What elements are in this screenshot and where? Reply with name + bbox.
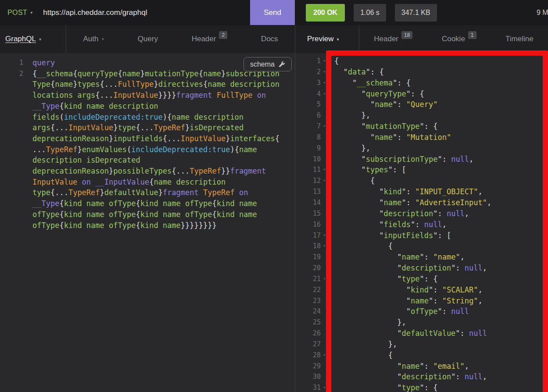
send-button[interactable]: Send [250, 0, 295, 25]
code-token: " [334, 296, 411, 305]
chevron-down-icon: ▾ [102, 37, 104, 41]
code-text: {__schema{queryType{name}mutationType{na… [32, 68, 279, 79]
code-text: "data": { [334, 67, 384, 78]
tab-inner: Auth▾ [83, 25, 104, 53]
code-token: } [185, 123, 190, 132]
line-number: 21 [297, 274, 321, 285]
query-code[interactable]: 1query2{__schema{queryType{name}mutation… [0, 57, 295, 231]
code-token: null [451, 155, 469, 164]
fold-spacer [321, 361, 328, 372]
code-token: directives [158, 80, 203, 89]
code-token: ": [402, 187, 415, 196]
code-token: kind [411, 285, 429, 294]
request-tab-bar: GraphQL ▾ Auth▾QueryHeader2Docs [0, 25, 295, 53]
code-token: ){ [230, 145, 239, 154]
response-code-line: 21▾ "type": { [297, 274, 548, 285]
response-code[interactable]: 1▾{2▾ "data": {3▾ "__schema": {4▾ "query… [297, 56, 548, 392]
line-number [0, 220, 23, 231]
response-code-line: 30 "description": null, [297, 371, 548, 382]
response-code-line: 31▾ "type": { [297, 382, 548, 392]
pane-divider[interactable] [295, 53, 295, 392]
code-token: __schema [357, 78, 393, 87]
response-code-line: 7▾ "mutationType": { [297, 121, 548, 132]
code-text: { [334, 56, 339, 67]
fold-arrow-icon[interactable]: ▾ [321, 230, 328, 241]
tab-count-badge: 1 [468, 31, 476, 39]
body-type-dropdown[interactable]: GraphQL ▾ [0, 25, 66, 53]
code-token: null [469, 329, 487, 338]
code-token: " [334, 285, 411, 294]
code-text: "name": "Mutation" [334, 132, 451, 143]
code-token: __Type [32, 199, 59, 208]
code-token: TypeRef [46, 145, 78, 154]
code-token: }} [221, 167, 230, 175]
fold-arrow-icon[interactable]: ▾ [321, 350, 328, 361]
tab-query[interactable]: Query [135, 25, 161, 53]
preview-mode-dropdown[interactable]: Preview ▾ [295, 25, 359, 53]
code-text: }, [334, 143, 370, 154]
code-text: "__schema": { [334, 78, 411, 89]
wrench-icon [279, 61, 285, 68]
code-token: kind name [140, 221, 181, 230]
line-number [0, 133, 23, 144]
tab-docs[interactable]: Docs [258, 25, 281, 53]
code-token: ": [429, 285, 442, 294]
line-number: 28 [297, 350, 321, 361]
fold-arrow-icon[interactable]: ▾ [321, 56, 328, 67]
tab-timeline[interactable]: Timeline [503, 25, 536, 53]
code-token: { [334, 242, 393, 250]
code-token: , [478, 187, 483, 196]
line-number: 30 [297, 371, 321, 382]
code-token: null [447, 209, 465, 218]
code-token: } [77, 145, 82, 154]
tab-cookie[interactable]: Cookie1 [439, 25, 479, 53]
fold-arrow-icon[interactable]: ▾ [321, 78, 328, 89]
fold-arrow-icon[interactable]: ▾ [321, 382, 328, 392]
line-number [0, 112, 23, 123]
fold-arrow-icon[interactable]: ▾ [321, 67, 328, 78]
fold-arrow-icon[interactable]: ▾ [321, 164, 328, 175]
fold-arrow-icon[interactable]: ▾ [321, 121, 328, 132]
graphql-query-editor: 1query2{__schema{queryType{name}mutation… [0, 53, 295, 392]
line-number: 17 [297, 230, 321, 241]
code-token: ": [ [433, 231, 451, 240]
line-number: 1 [297, 56, 321, 67]
code-text: "inputFields": [ [334, 230, 451, 241]
code-token: { [334, 351, 393, 360]
code-token: fragment [176, 91, 217, 100]
fold-spacer [321, 110, 328, 121]
method-dropdown[interactable]: POST ▾ [0, 9, 32, 17]
code-token: name description [154, 178, 226, 186]
code-token: } [113, 123, 118, 132]
query-code-line: type{...TypeRef}defaultValue}fragment Ty… [0, 187, 295, 198]
line-number: 9 [297, 143, 321, 154]
schema-button[interactable]: schema [244, 57, 292, 71]
tab-header[interactable]: Header2 [189, 25, 230, 53]
line-number: 4 [297, 89, 321, 100]
response-code-line: 19 "name": "name", [297, 252, 548, 263]
line-number [0, 144, 23, 155]
query-code-line: __Type{kind name ofType{kind name ofType… [0, 198, 295, 209]
fold-arrow-icon[interactable]: ▾ [321, 274, 328, 285]
response-code-line: 9 }, [297, 143, 548, 154]
tab-inner: Query [138, 25, 158, 53]
code-token: description [402, 372, 451, 381]
code-token: kind name [217, 199, 257, 208]
tab-header[interactable]: Header18 [371, 25, 415, 53]
tab-auth[interactable]: Auth▾ [80, 25, 107, 53]
fold-arrow-icon[interactable]: ▾ [321, 241, 328, 252]
code-token: name description [172, 113, 244, 121]
code-token: } [140, 69, 145, 78]
query-code-line: deprecationReason}possibleTypes{...TypeR… [0, 166, 295, 177]
code-token: defaultValue [104, 188, 158, 197]
code-token: query [32, 58, 55, 67]
line-number: 27 [297, 339, 321, 350]
fold-arrow-icon[interactable]: ▾ [321, 175, 328, 186]
code-token: { [118, 69, 122, 78]
fold-arrow-icon[interactable]: ▾ [321, 89, 328, 100]
line-number [0, 177, 23, 188]
code-token: description isDeprecated [32, 156, 140, 164]
code-text: type{...TypeRef}defaultValue}fragment Ty… [32, 187, 248, 198]
code-token: { [50, 80, 55, 89]
schema-button-label: schema [250, 61, 275, 68]
